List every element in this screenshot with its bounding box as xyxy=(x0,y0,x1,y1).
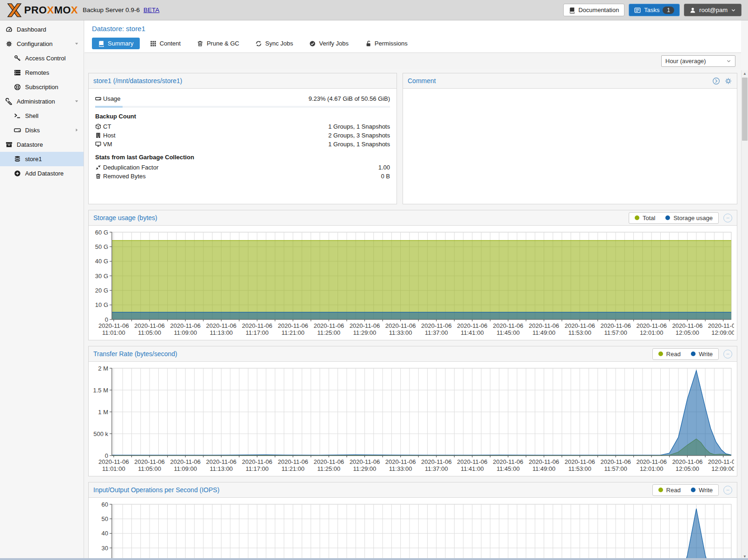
gears-icon xyxy=(6,40,13,48)
beta-link[interactable]: BETA xyxy=(143,7,159,13)
datastore-summary-panel: store1 (/mnt/datastores/store1) Usage 9.… xyxy=(88,73,397,204)
sidebar-item-shell[interactable]: Shell xyxy=(0,109,84,123)
book-icon xyxy=(569,7,575,13)
svg-text:11:21:00: 11:21:00 xyxy=(281,465,305,472)
trash-icon xyxy=(95,173,103,179)
life-ring-icon xyxy=(14,84,21,91)
sidebar-item-add-datastore[interactable]: Add Datastore xyxy=(0,166,84,181)
collapse-chart-icon[interactable]: − xyxy=(723,214,732,222)
svg-text:1 M: 1 M xyxy=(98,409,108,416)
comment-panel-title: Comment xyxy=(408,77,436,85)
sidebar-item-configuration[interactable]: Configuration xyxy=(0,37,84,51)
sidebar-item-store1[interactable]: store1 xyxy=(0,152,84,166)
svg-text:11:05:00: 11:05:00 xyxy=(138,329,161,336)
sidebar-item-datastore[interactable]: Datastore xyxy=(0,137,84,152)
stat-value: 1 Groups, 1 Snapshots xyxy=(328,140,390,149)
sidebar-item-subscription[interactable]: Subscription xyxy=(0,80,84,94)
caret-down-icon[interactable] xyxy=(74,41,79,46)
collapse-chart-icon[interactable]: − xyxy=(723,486,732,495)
svg-text:11:33:00: 11:33:00 xyxy=(389,329,412,336)
legend-dot-icon xyxy=(635,215,639,220)
stat-row-ct: CT1 Groups, 1 Snapshots xyxy=(95,122,390,131)
tab-verify-jobs[interactable]: Verify Jobs xyxy=(303,38,355,49)
sidebar-item-label: Dashboard xyxy=(17,26,46,33)
chart-legend: ReadWrite xyxy=(652,348,719,360)
stat-value: 2 Groups, 3 Snapshots xyxy=(328,131,390,140)
scrollbar-thumb[interactable] xyxy=(742,78,748,141)
tab-content[interactable]: Content xyxy=(144,38,187,49)
stat-label: Host xyxy=(103,131,116,140)
sidebar-item-remotes[interactable]: Remotes xyxy=(0,65,84,80)
svg-text:2020-11-06: 2020-11-06 xyxy=(134,322,165,329)
svg-text:2020-11-06: 2020-11-06 xyxy=(350,322,380,329)
tab-prune-gc[interactable]: Prune & GC xyxy=(191,38,245,49)
svg-text:30 G: 30 G xyxy=(95,273,108,280)
time-range-select[interactable]: Hour (average) xyxy=(661,55,735,67)
svg-text:11:45:00: 11:45:00 xyxy=(496,329,520,336)
svg-text:2020-11-06: 2020-11-06 xyxy=(421,458,452,465)
server-icon xyxy=(14,69,21,77)
caret-down-icon[interactable] xyxy=(74,98,79,104)
caret-right-icon[interactable] xyxy=(74,127,79,133)
svg-text:11:41:00: 11:41:00 xyxy=(461,329,484,336)
iops-chart-panel: Input/Output Operations per Second (IOPS… xyxy=(88,482,737,560)
building-icon xyxy=(95,132,103,138)
svg-text:11:49:00: 11:49:00 xyxy=(533,465,556,472)
svg-text:2020-11-06: 2020-11-06 xyxy=(170,322,201,329)
gear-icon[interactable] xyxy=(724,77,732,85)
svg-text:12:09:00: 12:09:00 xyxy=(711,465,734,472)
svg-text:11:49:00: 11:49:00 xyxy=(533,329,556,336)
svg-text:2020-11-06: 2020-11-06 xyxy=(708,458,734,465)
svg-text:2020-11-06: 2020-11-06 xyxy=(98,458,129,465)
svg-text:2020-11-06: 2020-11-06 xyxy=(385,322,416,329)
legend-item-write[interactable]: Write xyxy=(691,351,713,358)
tasks-button[interactable]: Tasks 1 xyxy=(629,4,680,16)
svg-text:40 G: 40 G xyxy=(95,258,108,265)
svg-text:11:29:00: 11:29:00 xyxy=(353,465,377,472)
svg-text:2020-11-06: 2020-11-06 xyxy=(529,322,559,329)
compress-icon xyxy=(95,164,103,170)
svg-text:2020-11-06: 2020-11-06 xyxy=(636,458,667,465)
comment-body[interactable] xyxy=(403,89,737,204)
sidebar-item-label: Administration xyxy=(17,98,55,105)
user-icon xyxy=(689,7,696,13)
sidebar-item-disks[interactable]: Disks xyxy=(0,123,84,137)
svg-text:2020-11-06: 2020-11-06 xyxy=(206,458,237,465)
sidebar-item-administration[interactable]: Administration xyxy=(0,94,84,109)
svg-text:11:01:00: 11:01:00 xyxy=(102,329,125,336)
scroll-up-arrow-icon[interactable]: ▲ xyxy=(741,70,748,77)
tasks-count-badge: 1 xyxy=(663,7,674,14)
storage-usage-chart-panel: Storage usage (bytes) TotalStorage usage… xyxy=(88,210,737,340)
user-menu-button[interactable]: root@pam xyxy=(684,4,741,16)
legend-item-total[interactable]: Total xyxy=(635,215,655,221)
tab-sync-jobs[interactable]: Sync Jobs xyxy=(249,38,299,49)
edit-comment-icon[interactable] xyxy=(712,77,720,85)
svg-text:2020-11-06: 2020-11-06 xyxy=(385,458,416,465)
svg-text:2020-11-06: 2020-11-06 xyxy=(493,458,524,465)
sidebar-item-dashboard[interactable]: Dashboard xyxy=(0,22,84,37)
sidebar-item-label: Shell xyxy=(25,112,39,119)
svg-text:30: 30 xyxy=(102,545,108,552)
sidebar-item-label: Add Datastore xyxy=(25,170,64,177)
legend-dot-icon xyxy=(658,352,663,356)
legend-item-read[interactable]: Read xyxy=(658,487,681,494)
database-icon xyxy=(14,156,21,163)
book-icon xyxy=(98,40,104,47)
tab-permissions[interactable]: Permissions xyxy=(359,38,414,49)
tab-summary[interactable]: Summary xyxy=(92,38,140,49)
svg-text:11:57:00: 11:57:00 xyxy=(604,465,627,472)
vertical-scrollbar[interactable]: ▲ ▼ xyxy=(741,70,748,560)
sidebar-item-access-control[interactable]: Access Control xyxy=(0,51,84,65)
svg-text:2020-11-06: 2020-11-06 xyxy=(278,458,308,465)
svg-text:2020-11-06: 2020-11-06 xyxy=(565,458,595,465)
stat-label: Deduplication Factor xyxy=(103,163,158,172)
legend-item-read[interactable]: Read xyxy=(658,351,681,358)
legend-item-storage-usage[interactable]: Storage usage xyxy=(665,215,713,221)
svg-text:11:01:00: 11:01:00 xyxy=(102,465,125,472)
legend-item-write[interactable]: Write xyxy=(691,487,713,494)
sidebar-item-label: Datastore xyxy=(17,141,43,148)
store-panel-title: store1 (/mnt/datastores/store1) xyxy=(93,77,182,85)
collapse-chart-icon[interactable]: − xyxy=(723,350,732,358)
documentation-button[interactable]: Documentation xyxy=(563,4,624,16)
svg-text:60: 60 xyxy=(102,501,108,508)
